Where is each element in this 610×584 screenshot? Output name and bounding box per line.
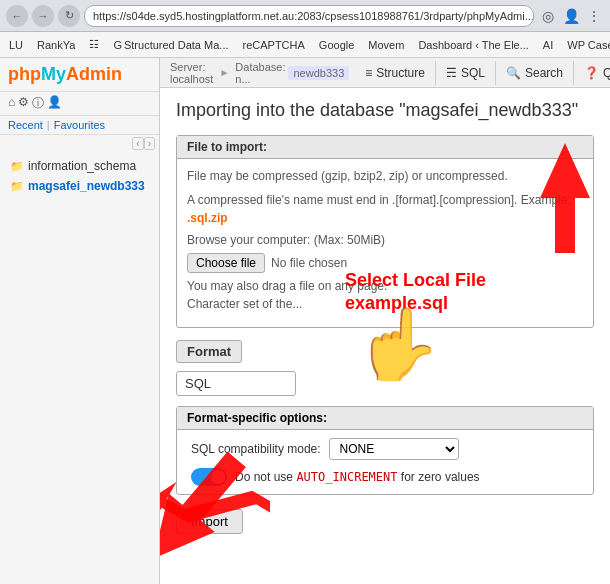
tab-label: Query [603,66,610,80]
compat-row: SQL compatibility mode: NONE [191,438,579,460]
compat-label: SQL compatibility mode: [191,442,321,456]
import-button[interactable]: Import [176,509,243,534]
back-button[interactable]: ← [6,5,28,27]
db-tree: 📁 information_schema 📁 magsafei_newdb333 [0,152,159,200]
tab-label: Search [525,66,563,80]
tab-search[interactable]: 🔍 Search [496,61,574,85]
refresh-button[interactable]: ↻ [58,5,80,27]
pma-logo-text: phpMyAdmin [8,64,122,85]
accounts-icon[interactable]: 👤 [47,95,62,112]
bookmark-google[interactable]: Google [314,38,359,52]
browse-label: Browse your computer: (Max: 50MiB) [187,233,385,247]
db-item-information-schema[interactable]: 📁 information_schema [0,156,159,176]
bookmark-label: Google [319,39,354,51]
db-info: Database: n... newdb333 [229,61,355,85]
tab-structure[interactable]: ≡ Structure [355,61,436,85]
search-icon: 🔍 [506,66,521,80]
tabs: ≡ Structure ☴ SQL 🔍 Search ❓ Query ↗ [355,61,610,85]
collapse-left-button[interactable]: ‹ [132,137,143,150]
main-area: phpMyAdmin ⌂ ⚙ ⓘ 👤 Recent | Favourites ‹… [0,58,610,584]
bookmark-label: Dashboard ‹ The Ele... [418,39,528,51]
home-icon[interactable]: ⌂ [8,95,15,112]
ext-example: .sql.zip [187,211,228,225]
tab-sql[interactable]: ☴ SQL [436,61,496,85]
toggle-row: Do not use AUTO_INCREMENT for zero value… [191,468,579,486]
server-info: Server: localhost [164,61,219,85]
bookmark-apps[interactable]: ☷ [84,37,104,52]
file-import-section: File to import: File may be compressed (… [176,135,594,328]
toggle-label: Do not use AUTO_INCREMENT for zero value… [235,470,480,484]
format-value[interactable]: SQL [176,371,296,396]
drop-text: You may also drag a file on any page. [187,279,583,293]
forward-button[interactable]: → [32,5,54,27]
apps-icon: ☷ [89,38,99,51]
compat-select[interactable]: NONE [329,438,459,460]
tab-label: Structure [376,66,425,80]
bookmark-icon: G [113,39,122,51]
settings-icon[interactable]: ⚙ [18,95,29,112]
menu-icon[interactable]: ⋮ [584,6,604,26]
db-icon: 📁 [10,160,24,173]
info-icon[interactable]: ⓘ [32,95,44,112]
bookmark-lu[interactable]: LU [4,38,28,52]
file-import-header: File to import: [177,136,593,159]
bookmark-rankya[interactable]: RankYa [32,38,80,52]
info-text-1: File may be compressed (gzip, bzip2, zip… [187,167,583,185]
bookmark-wp[interactable]: WP Case [562,38,610,52]
bookmark-dashboard[interactable]: Dashboard ‹ The Ele... [413,38,533,52]
db-item-magsafei-newdb333[interactable]: 📁 magsafei_newdb333 [0,176,159,196]
bookmark-recaptcha[interactable]: reCAPTCHA [238,38,310,52]
recent-link[interactable]: Recent [8,119,43,131]
sidebar: phpMyAdmin ⌂ ⚙ ⓘ 👤 Recent | Favourites ‹… [0,58,160,584]
sql-icon: ☴ [446,66,457,80]
bookmark-label: LU [9,39,23,51]
info-line1: File may be compressed (gzip, bzip2, zip… [187,169,508,183]
tab-query[interactable]: ❓ Query [574,61,610,85]
content-area: Server: localhost ► Database: n... newdb… [160,58,610,584]
tab-bar: Server: localhost ► Database: n... newdb… [160,58,610,88]
file-import-body: File may be compressed (gzip, bzip2, zip… [177,159,593,327]
query-icon: ❓ [584,66,599,80]
arrow-separator: ► [219,67,229,78]
bookmark-ai[interactable]: AI [538,38,558,52]
browser-icons: ◎ 👤 ⋮ [538,6,604,26]
bookmark-label: RankYa [37,39,75,51]
toggle-knob [211,470,225,484]
browser-bar: ← → ↻ https://s04de.syd5.hostingplatform… [0,0,610,32]
extensions-icon[interactable]: ◎ [538,6,558,26]
browse-row: Browse your computer: (Max: 50MiB) [187,233,583,247]
sidebar-collapse-row: ‹ › [0,135,159,152]
db-icon: 📁 [10,180,24,193]
favourites-link[interactable]: Favourites [54,119,105,131]
url-bar[interactable]: https://s04de.syd5.hostingplatform.net.a… [84,5,534,27]
info-text-2: A compressed file's name must end in .[f… [187,191,583,227]
page-title: Importing into the database "magsafei_ne… [176,100,594,121]
bookmark-label: reCAPTCHA [243,39,305,51]
tab-label: SQL [461,66,485,80]
pma-logo: phpMyAdmin [0,58,159,92]
choose-file-button[interactable]: Choose file [187,253,265,273]
collapse-right-button[interactable]: › [144,137,155,150]
bookmark-label: Movem [368,39,404,51]
bookmark-movem[interactable]: Movem [363,38,409,52]
structure-icon: ≡ [365,66,372,80]
url-text: https://s04de.syd5.hostingplatform.net.a… [93,10,534,22]
keyword-auto-increment: AUTO_INCREMENT [296,470,397,484]
bookmarks-bar: LU RankYa ☷ G Structured Data Ma... reCA… [0,32,610,58]
db-item-label: information_schema [28,159,136,173]
sidebar-nav: Recent | Favourites [0,116,159,135]
profile-icon[interactable]: 👤 [561,6,581,26]
format-options-section: Format-specific options: SQL compatibili… [176,406,594,495]
format-label[interactable]: Format [176,340,242,363]
page-content: Importing into the database "magsafei_ne… [160,88,610,546]
bookmark-structured-data[interactable]: G Structured Data Ma... [108,38,233,52]
auto-increment-toggle[interactable] [191,468,227,486]
db-label: Database: n... [235,61,285,85]
bookmark-label: AI [543,39,553,51]
no-file-text: No file chosen [271,256,347,270]
format-options-body: SQL compatibility mode: NONE Do not use … [177,430,593,494]
sidebar-icons: ⌂ ⚙ ⓘ 👤 [0,92,159,116]
bookmark-label: Structured Data Ma... [124,39,229,51]
server-label: Server: localhost [170,61,213,85]
db-name-badge: newdb333 [288,66,349,80]
